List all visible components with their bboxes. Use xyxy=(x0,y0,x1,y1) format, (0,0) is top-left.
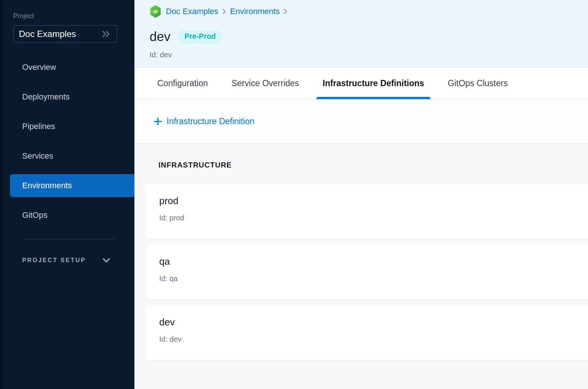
cd-module-icon: ∞ xyxy=(150,5,161,18)
sidebar-item-pipelines[interactable]: Pipelines xyxy=(0,115,134,138)
sidebar-item-services[interactable]: Services xyxy=(0,145,134,168)
sidebar-item-environments[interactable]: Environments xyxy=(10,174,134,197)
chevron-right-icon xyxy=(222,8,226,15)
project-setup-label: PROJECT SETUP xyxy=(22,257,86,264)
add-infrastructure-definition-button[interactable]: Infrastructure Definition xyxy=(153,116,254,126)
infrastructure-list: INFRASTRUCTURE prod Id: prod qa Id: qa d… xyxy=(134,144,588,389)
infra-card-id: Id: prod xyxy=(159,214,588,222)
tab-configuration[interactable]: Configuration xyxy=(151,68,215,99)
breadcrumb-link-project[interactable]: Doc Examples xyxy=(166,7,218,16)
chevron-double-right-icon[interactable] xyxy=(102,30,111,38)
page-header: ∞ Doc Examples Environments dev Pre-Prod… xyxy=(134,0,588,68)
sidebar: Project Doc Examples Overview Deployment… xyxy=(0,0,134,389)
sidebar-item-deployments[interactable]: Deployments xyxy=(0,85,134,108)
toolbar: Infrastructure Definition xyxy=(134,99,588,144)
tab-gitops-clusters[interactable]: GitOps Clusters xyxy=(441,68,514,99)
infra-card-dev[interactable]: dev Id: dev xyxy=(146,305,588,361)
breadcrumb-link-environments[interactable]: Environments xyxy=(230,7,280,16)
tab-infrastructure-definitions[interactable]: Infrastructure Definitions xyxy=(316,68,431,99)
project-setup-toggle[interactable]: PROJECT SETUP xyxy=(22,257,134,264)
tabbar: Configuration Service Overrides Infrastr… xyxy=(134,68,588,99)
project-selector-value: Doc Examples xyxy=(19,29,76,39)
infra-card-id: Id: qa xyxy=(159,274,588,283)
project-label: Project xyxy=(13,12,134,20)
chevron-right-icon xyxy=(283,8,288,15)
infrastructure-column-header: INFRASTRUCTURE xyxy=(158,161,588,169)
infra-card-title: qa xyxy=(159,256,588,267)
infra-card-prod[interactable]: prod Id: prod xyxy=(146,184,588,239)
infra-card-title: dev xyxy=(159,317,588,328)
main-content: ∞ Doc Examples Environments dev Pre-Prod… xyxy=(134,0,588,389)
sidebar-item-gitops[interactable]: GitOps xyxy=(0,204,134,227)
infra-card-id: Id: dev xyxy=(159,335,588,344)
project-selector[interactable]: Doc Examples xyxy=(13,25,117,43)
infra-card-qa[interactable]: qa Id: qa xyxy=(146,244,588,300)
title-row: dev Pre-Prod xyxy=(150,29,588,44)
page-title: dev xyxy=(150,29,170,44)
breadcrumb: ∞ Doc Examples Environments xyxy=(150,5,588,18)
tab-service-overrides[interactable]: Service Overrides xyxy=(225,68,306,99)
infra-card-title: prod xyxy=(159,195,588,207)
sidebar-item-overview[interactable]: Overview xyxy=(0,56,134,79)
plus-icon xyxy=(153,117,163,126)
add-button-label: Infrastructure Definition xyxy=(167,116,254,126)
chevron-down-icon xyxy=(102,257,111,263)
env-id: Id: dev xyxy=(150,51,588,59)
env-type-badge: Pre-Prod xyxy=(178,30,222,43)
sidebar-divider xyxy=(22,239,114,240)
infrastructure-cards: prod Id: prod qa Id: qa dev Id: dev xyxy=(146,184,588,361)
sidebar-nav: Overview Deployments Pipelines Services … xyxy=(0,56,134,227)
